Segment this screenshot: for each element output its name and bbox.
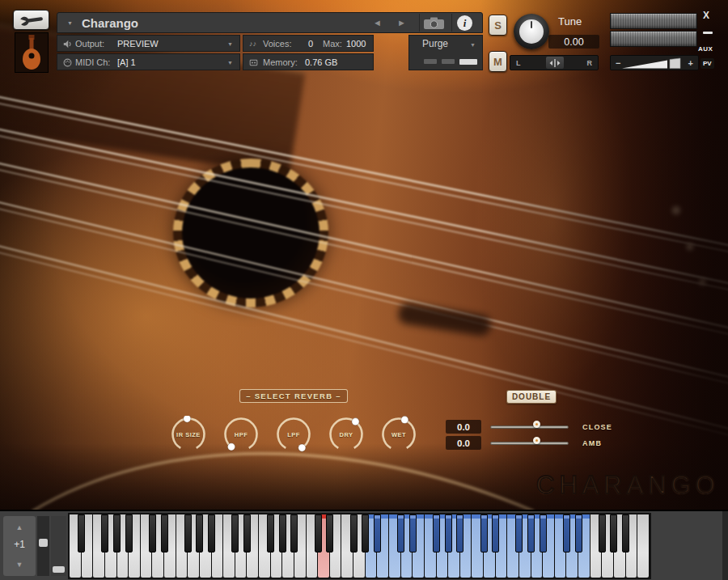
- max-voices-label: Max:: [323, 39, 342, 49]
- mapped-black-key[interactable]: [563, 514, 570, 552]
- select-reverb-button[interactable]: – SELECT REVERB –: [239, 389, 348, 403]
- knob-label: WET: [380, 431, 417, 438]
- mapped-black-key[interactable]: [527, 514, 535, 552]
- memory-panel: Memory: 0.76 GB: [243, 53, 374, 70]
- volume-wedge: [622, 57, 688, 70]
- knob-ir-size[interactable]: IR SIZE: [170, 416, 207, 453]
- mixer-slider[interactable]: [490, 420, 569, 434]
- midi-channel-value: [A] 1: [117, 57, 136, 67]
- mixer-track: [490, 442, 569, 445]
- amb-value-box[interactable]: 0.0: [446, 436, 481, 450]
- black-key[interactable]: [161, 514, 168, 552]
- solo-button[interactable]: S: [489, 15, 507, 36]
- midi-dropdown-icon[interactable]: ▼: [227, 60, 233, 66]
- knob-indicator-dot: [401, 416, 408, 423]
- black-key[interactable]: [208, 514, 215, 552]
- tune-knob[interactable]: [514, 14, 549, 49]
- pan-slider[interactable]: L R: [510, 55, 599, 70]
- prev-instrument-button[interactable]: ◄: [373, 18, 382, 28]
- volume-handle[interactable]: [670, 58, 680, 69]
- volume-slider[interactable]: − +: [610, 55, 699, 70]
- black-key[interactable]: [243, 514, 251, 552]
- scroll-handle[interactable]: [39, 539, 48, 547]
- tune-knob-cap: [519, 19, 544, 44]
- knob-lpf[interactable]: LPF: [275, 416, 312, 453]
- volume-plus-button[interactable]: +: [688, 58, 693, 68]
- snapshot-camera-icon[interactable]: [423, 17, 446, 30]
- knob-dry[interactable]: DRY: [328, 416, 365, 453]
- black-key[interactable]: [350, 514, 358, 552]
- minimize-button[interactable]: [703, 32, 713, 34]
- keyboard-scroll-strip[interactable]: [37, 516, 49, 576]
- info-button[interactable]: i: [457, 15, 472, 31]
- output-dropdown-icon[interactable]: ▼: [227, 41, 233, 47]
- mixer-slider[interactable]: [490, 436, 569, 450]
- tune-value[interactable]: 0.00: [548, 35, 599, 49]
- mapped-black-key[interactable]: [575, 514, 582, 552]
- black-key[interactable]: [113, 514, 121, 552]
- mapped-black-key[interactable]: [540, 514, 547, 552]
- black-key[interactable]: [362, 514, 369, 552]
- knob-label: IR SIZE: [170, 431, 207, 438]
- keyboard-zoom-strip[interactable]: [51, 516, 66, 576]
- double-button[interactable]: DOUBLE: [506, 390, 557, 404]
- voices-label: Voices:: [263, 39, 291, 49]
- purge-dropdown-icon[interactable]: ▼: [470, 42, 476, 48]
- purge-button[interactable]: Purge: [422, 38, 448, 49]
- knob-indicator-dot: [298, 444, 306, 451]
- mapped-black-key[interactable]: [492, 514, 499, 552]
- knob-hpf[interactable]: HPF: [222, 416, 260, 453]
- black-key[interactable]: [622, 514, 629, 552]
- piano-keys: [70, 514, 650, 578]
- transpose-down-button[interactable]: ▼: [3, 561, 36, 569]
- mapped-black-key[interactable]: [374, 514, 381, 552]
- next-instrument-button[interactable]: ►: [397, 18, 406, 28]
- black-key[interactable]: [599, 514, 606, 552]
- mapped-black-key[interactable]: [456, 514, 463, 552]
- black-key[interactable]: [290, 514, 298, 552]
- black-key[interactable]: [184, 514, 192, 552]
- black-key[interactable]: [149, 514, 156, 552]
- black-key[interactable]: [78, 514, 85, 552]
- title-dropdown-icon[interactable]: ▼: [67, 20, 73, 26]
- mapped-black-key[interactable]: [433, 514, 440, 552]
- black-key[interactable]: [231, 514, 239, 552]
- keyboard-panel-edge: [722, 511, 728, 580]
- edit-wrench-button[interactable]: [13, 10, 49, 30]
- kontakt-instrument-window: CHARANGO ▼ Charango ◄ ►: [0, 0, 728, 580]
- close-value-box[interactable]: 0.0: [446, 420, 481, 434]
- black-key[interactable]: [279, 514, 286, 552]
- mapped-black-key[interactable]: [397, 514, 404, 552]
- mute-button[interactable]: M: [489, 51, 507, 72]
- pv-button[interactable]: PV: [700, 58, 714, 69]
- pan-handle[interactable]: [546, 57, 564, 69]
- knob-label: DRY: [328, 431, 365, 438]
- volume-minus-button[interactable]: −: [616, 58, 620, 68]
- close-button[interactable]: X: [703, 10, 709, 21]
- black-key[interactable]: [125, 514, 133, 552]
- pan-center-icon: [548, 58, 561, 68]
- mapped-black-key[interactable]: [445, 514, 452, 552]
- midi-channel-row[interactable]: MIDI Ch: [A] 1 ▼: [57, 53, 240, 70]
- black-key[interactable]: [326, 514, 333, 552]
- aux-button[interactable]: AUX: [698, 45, 713, 53]
- mapped-black-key[interactable]: [480, 514, 488, 552]
- white-key[interactable]: [637, 514, 649, 578]
- black-key[interactable]: [196, 514, 203, 552]
- mapped-black-key[interactable]: [409, 514, 417, 552]
- mapped-black-key[interactable]: [515, 514, 523, 552]
- pan-left-label: L: [516, 59, 521, 67]
- memory-icon: [249, 58, 258, 67]
- zoom-handle[interactable]: [53, 566, 65, 573]
- purge-panel: Purge ▼: [408, 35, 483, 70]
- transpose-up-button[interactable]: ▲: [3, 523, 36, 531]
- black-key[interactable]: [610, 514, 617, 552]
- output-row[interactable]: Output: PREVIEW ▼: [57, 35, 240, 52]
- knob-wet[interactable]: WET: [380, 416, 417, 453]
- transpose-control: ▲ +1 ▼: [3, 516, 36, 576]
- piano-frame: [68, 513, 651, 579]
- tune-knob-pointer: [531, 21, 533, 28]
- black-key[interactable]: [101, 514, 108, 552]
- black-key[interactable]: [315, 514, 322, 552]
- black-key[interactable]: [267, 514, 274, 552]
